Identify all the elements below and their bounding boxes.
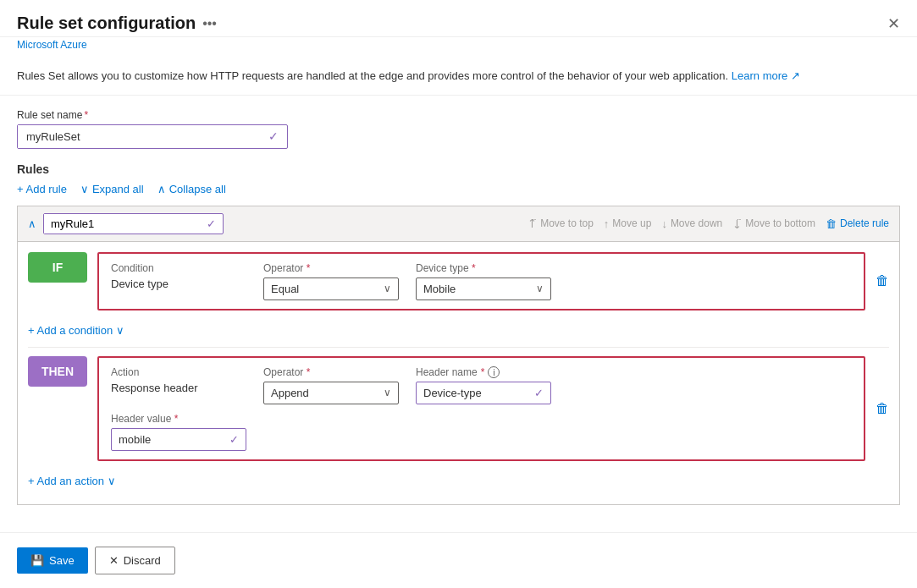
header-name-label: Header name * i bbox=[416, 366, 551, 378]
device-type-field: Device type * Mobile ∨ bbox=[416, 262, 551, 300]
condition-type-field: Condition Device type bbox=[111, 262, 246, 290]
device-type-label: Device type * bbox=[416, 262, 551, 274]
move-to-top-icon: ↑̈ bbox=[528, 217, 537, 230]
rules-section-label: Rules bbox=[17, 162, 900, 176]
operator-chevron-icon: ∨ bbox=[384, 283, 391, 294]
move-up-icon: ↑ bbox=[604, 217, 610, 230]
rule-header: ∧ ✓ ↑̈ Move to top ↑ Move up ↓ bbox=[18, 206, 899, 242]
header-value-field: Header value * mobile ✓ bbox=[111, 413, 246, 451]
action-row2: Header value * mobile ✓ bbox=[111, 413, 852, 451]
condition-row: IF Condition Device type Operator * bbox=[28, 252, 889, 310]
header-value-check: ✓ bbox=[229, 433, 239, 446]
rule-set-name-label: Rule set name * bbox=[17, 109, 900, 121]
move-down-icon: ↓ bbox=[661, 217, 667, 230]
divider bbox=[28, 347, 889, 348]
rule-name-input-container[interactable]: ✓ bbox=[43, 213, 224, 234]
delete-rule-button[interactable]: 🗑 Delete rule bbox=[826, 217, 889, 230]
save-icon: 💾 bbox=[30, 554, 44, 567]
rule-box: ∧ ✓ ↑̈ Move to top ↑ Move up ↓ bbox=[17, 206, 900, 505]
device-type-chevron-icon: ∨ bbox=[536, 283, 544, 294]
move-to-bottom-icon: ↓̈ bbox=[732, 217, 742, 230]
action-card: Action Response header Operator * Append bbox=[97, 356, 865, 461]
panel-title: Rule set configuration bbox=[17, 14, 196, 33]
header-value-label: Header value * bbox=[111, 413, 246, 425]
header-value-input[interactable]: mobile ✓ bbox=[111, 428, 246, 451]
delete-rule-icon: 🗑 bbox=[826, 217, 837, 230]
rule-set-name-check: ✓ bbox=[260, 129, 287, 143]
condition-card: Condition Device type Operator * Equal ∨ bbox=[97, 252, 865, 310]
action-operator-select[interactable]: Append ∨ bbox=[263, 382, 399, 404]
delete-action-button[interactable]: 🗑 bbox=[876, 401, 889, 416]
discard-icon: ✕ bbox=[109, 554, 119, 567]
more-options-icon[interactable]: ••• bbox=[202, 16, 217, 31]
rule-name-check: ✓ bbox=[200, 217, 223, 230]
header-name-check: ✓ bbox=[534, 387, 544, 399]
if-badge: IF bbox=[28, 252, 87, 283]
move-down-button[interactable]: ↓ Move down bbox=[661, 217, 722, 230]
rule-set-name-input-container[interactable]: ✓ bbox=[17, 124, 288, 149]
rule-set-name-field: Rule set name * ✓ bbox=[17, 109, 900, 149]
action-type-field: Action Response header bbox=[111, 366, 246, 404]
collapse-all-button[interactable]: ∧ Collapse all bbox=[157, 183, 226, 195]
header-name-input[interactable]: Device-type ✓ bbox=[416, 382, 551, 404]
action-row1: Action Response header Operator * Append bbox=[111, 366, 852, 404]
add-action-button[interactable]: + Add an action ∨ bbox=[28, 468, 889, 494]
action-value: Response header bbox=[111, 382, 246, 394]
rule-collapse-icon[interactable]: ∧ bbox=[28, 217, 36, 230]
action-row: THEN Action Response header Operator * bbox=[28, 356, 889, 461]
rule-name-input[interactable] bbox=[44, 214, 200, 234]
header-name-info-icon[interactable]: i bbox=[488, 366, 500, 378]
delete-condition-button[interactable]: 🗑 bbox=[876, 273, 889, 289]
close-icon[interactable]: ✕ bbox=[887, 14, 900, 33]
condition-value: Device type bbox=[111, 278, 246, 290]
learn-more-link[interactable]: Learn more ↗ bbox=[732, 69, 800, 82]
condition-label: Condition bbox=[111, 262, 246, 274]
action-operator-label: Operator * bbox=[263, 366, 399, 378]
save-button[interactable]: 💾 Save bbox=[17, 547, 88, 574]
rule-set-name-input[interactable] bbox=[18, 125, 260, 148]
rules-toolbar: + Add rule ∨ Expand all ∧ Collapse all bbox=[17, 183, 900, 195]
subtitle: Microsoft Azure bbox=[0, 37, 917, 58]
add-rule-button[interactable]: + Add rule bbox=[17, 183, 67, 195]
action-operator-field: Operator * Append ∨ bbox=[263, 366, 399, 404]
description-text: Rules Set allows you to customize how HT… bbox=[0, 58, 917, 96]
operator-field: Operator * Equal ∨ bbox=[263, 262, 399, 300]
rule-actions: ↑̈ Move to top ↑ Move up ↓ Move down ↓̈ … bbox=[528, 217, 889, 230]
footer: 💾 Save ✕ Discard bbox=[0, 532, 917, 588]
then-badge: THEN bbox=[28, 356, 87, 387]
operator-label: Operator * bbox=[263, 262, 399, 274]
operator-select[interactable]: Equal ∨ bbox=[263, 278, 399, 300]
device-type-select[interactable]: Mobile ∨ bbox=[416, 278, 551, 300]
rule-body: IF Condition Device type Operator * bbox=[18, 242, 899, 504]
move-up-button[interactable]: ↑ Move up bbox=[604, 217, 652, 230]
action-operator-chevron-icon: ∨ bbox=[384, 387, 391, 398]
action-label: Action bbox=[111, 366, 246, 378]
header-name-field: Header name * i Device-type ✓ bbox=[416, 366, 551, 404]
expand-all-button[interactable]: ∨ Expand all bbox=[80, 183, 144, 195]
move-to-top-button[interactable]: ↑̈ Move to top bbox=[528, 217, 594, 230]
discard-button[interactable]: ✕ Discard bbox=[95, 547, 175, 574]
add-condition-button[interactable]: + Add a condition ∨ bbox=[28, 317, 889, 343]
move-to-bottom-button[interactable]: ↓̈ Move to bottom bbox=[732, 217, 815, 230]
